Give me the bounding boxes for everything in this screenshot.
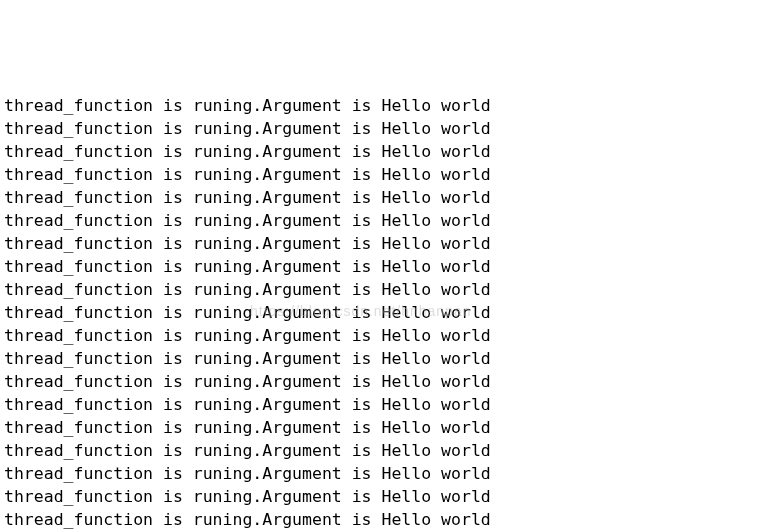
output-line: thread_function is runing.Argument is He… [4, 117, 770, 140]
output-line: thread_function is runing.Argument is He… [4, 140, 770, 163]
output-line: thread_function is runing.Argument is He… [4, 324, 770, 347]
output-line: thread_function is runing.Argument is He… [4, 393, 770, 416]
output-line: thread_function is runing.Argument is He… [4, 439, 770, 462]
output-line: thread_function is runing.Argument is He… [4, 370, 770, 393]
output-line: thread_function is runing.Argument is He… [4, 416, 770, 439]
output-line: thread_function is runing.Argument is He… [4, 209, 770, 232]
output-line: thread_function is runing.Argument is He… [4, 462, 770, 485]
output-line: thread_function is runing.Argument is He… [4, 508, 770, 531]
output-line: thread_function is runing.Argument is He… [4, 186, 770, 209]
terminal-output: thread_function is runing.Argument is He… [4, 94, 770, 532]
output-line: thread_function is runing.Argument is He… [4, 278, 770, 301]
output-line: thread_function is runing.Argument is He… [4, 232, 770, 255]
output-line: thread_function is runing.Argument is He… [4, 94, 770, 117]
output-line: thread_function is runing.Argument is He… [4, 163, 770, 186]
output-line: thread_function is runing.Argument is He… [4, 485, 770, 508]
output-line: thread_function is runing.Argument is He… [4, 255, 770, 278]
output-line: thread_function is runing.Argument is He… [4, 301, 770, 324]
output-line: thread_function is runing.Argument is He… [4, 347, 770, 370]
